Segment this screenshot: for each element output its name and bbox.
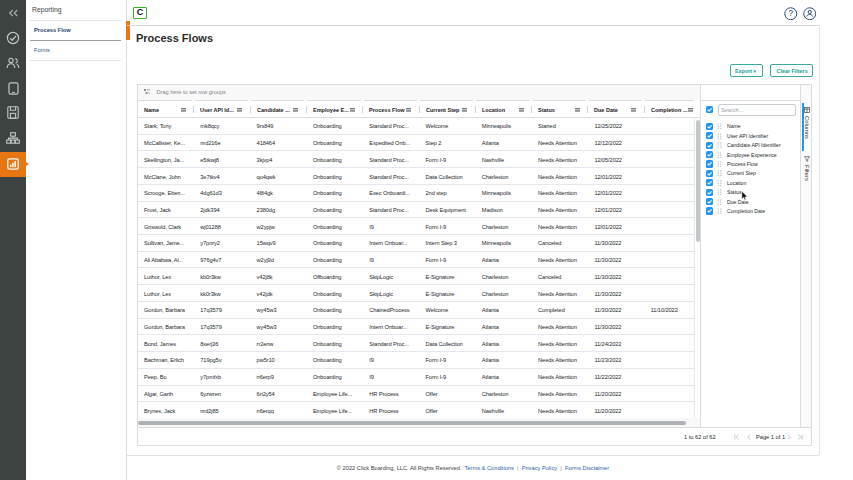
svg-text:?: ?	[788, 9, 793, 18]
